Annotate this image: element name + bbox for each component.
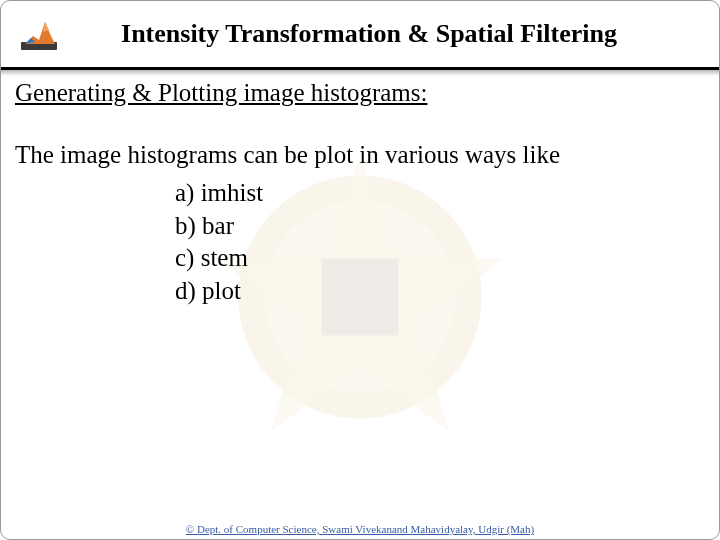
list-item: c) stem [175, 242, 705, 275]
slide-header: Intensity Transformation & Spatial Filte… [1, 1, 719, 67]
list-item: d) plot [175, 275, 705, 308]
options-list: a) imhist b) bar c) stem d) plot [15, 177, 705, 307]
slide-title: Intensity Transformation & Spatial Filte… [59, 19, 719, 49]
list-item: a) imhist [175, 177, 705, 210]
footer-credit: © Dept. of Computer Science, Swami Vivek… [1, 523, 719, 535]
matlab-logo-icon [19, 14, 59, 54]
section-subtitle: Generating & Plotting image histograms: [15, 79, 705, 107]
list-item: b) bar [175, 210, 705, 243]
slide-body: Generating & Plotting image histograms: … [1, 67, 719, 307]
body-paragraph: The image histograms can be plot in vari… [15, 139, 705, 171]
slide: Intensity Transformation & Spatial Filte… [0, 0, 720, 540]
